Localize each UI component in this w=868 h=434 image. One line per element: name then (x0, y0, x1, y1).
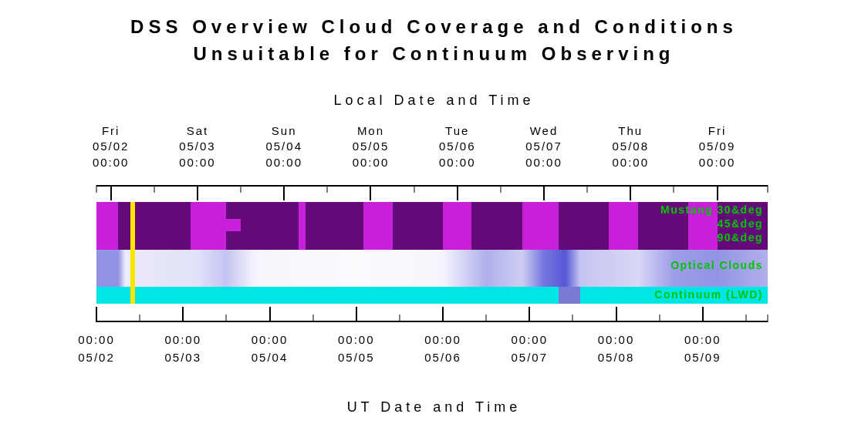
local-tick: Fri05/0200:00 (73, 123, 150, 170)
local-tick: Sun05/0400:00 (245, 123, 323, 170)
ut-tick: 00:0005/02 (58, 331, 135, 366)
ut-time-axis: 00:0005/0200:0005/0300:0005/0400:0005/05… (96, 331, 768, 378)
mustang-band (96, 202, 768, 250)
local-tick: Tue05/0600:00 (419, 123, 496, 170)
ut-tick: 00:0005/07 (491, 331, 568, 366)
local-time-axis-line (96, 185, 768, 204)
chart-title: DSS Overview Cloud Coverage and Conditio… (0, 14, 868, 68)
local-tick: Mon05/0500:00 (332, 123, 409, 170)
title-line-2: Unsuitable for Continuum Observing (193, 43, 674, 64)
local-tick: Wed05/0700:00 (505, 123, 583, 170)
ut-time-axis-line (96, 304, 768, 322)
ut-tick: 00:0005/05 (318, 331, 395, 366)
local-time-axis: Fri05/0200:00Sat05/0300:00Sun05/0400:00M… (96, 123, 768, 185)
ut-tick: 00:0005/04 (231, 331, 309, 366)
local-tick: Thu05/0800:00 (592, 123, 669, 170)
ut-tick: 00:0005/03 (144, 331, 221, 366)
local-tick: Fri05/0900:00 (679, 123, 756, 170)
title-line-1: DSS Overview Cloud Coverage and Conditio… (130, 16, 738, 37)
continuum-lwd-band (96, 287, 768, 304)
ut-tick: 00:0005/08 (578, 331, 655, 366)
local-tick: Sat05/0300:00 (159, 123, 236, 170)
ut-tick: 00:0005/06 (404, 331, 481, 366)
optical-clouds-band (96, 250, 768, 287)
bottom-axis-label: UT Date and Time (0, 399, 868, 415)
top-axis-label: Local Date and Time (0, 93, 868, 109)
ut-tick: 00:0005/09 (664, 331, 741, 366)
